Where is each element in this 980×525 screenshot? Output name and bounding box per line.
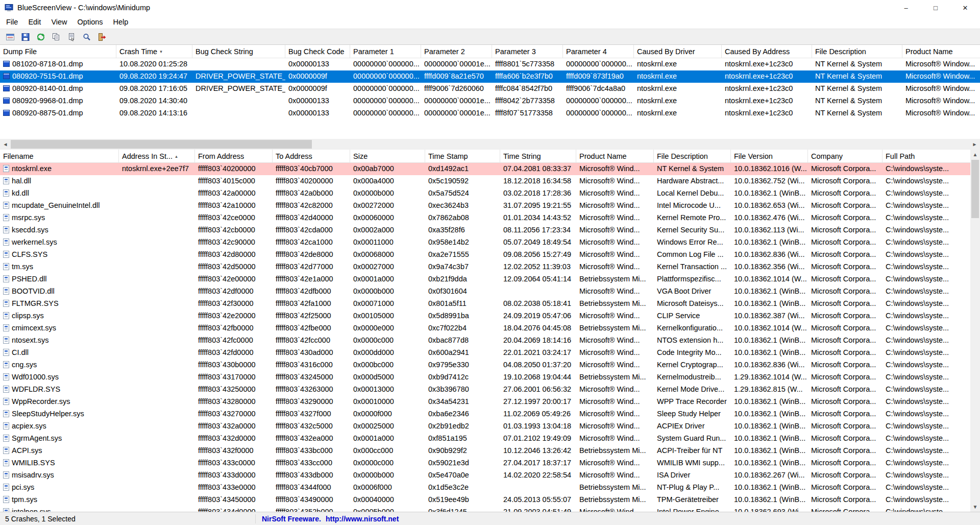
horizontal-scroll-thumb[interactable] <box>11 140 312 149</box>
module-row[interactable]: Wdf01000.sysfffff803`43170000fffff803`43… <box>0 371 980 384</box>
cell-parameter-1: 00000000`000000... <box>350 70 421 83</box>
maximize-button[interactable]: □ <box>921 0 950 15</box>
column-header-label: Time Stamp <box>428 152 468 160</box>
module-row[interactable]: pci.sysfffff803`433e0000fffff803`4344f00… <box>0 482 980 494</box>
module-row[interactable]: acpiex.sysfffff803`432a0000fffff803`432c… <box>0 420 980 433</box>
find-button[interactable] <box>79 30 94 43</box>
module-row[interactable]: ACPI.sysfffff803`432f0000fffff803`433bc0… <box>0 445 980 457</box>
column-header-file-description[interactable]: File Description <box>654 150 731 162</box>
menu-options[interactable]: Options <box>72 15 108 29</box>
window-controls: – □ ✕ <box>891 0 980 15</box>
column-header-size[interactable]: Size <box>350 150 425 162</box>
cell-time-string: 24.05.2013 05:55:07 <box>500 494 576 506</box>
cell-to-address: fffff803`43245000 <box>273 371 350 384</box>
column-header-company[interactable]: Company <box>808 150 883 162</box>
crash-row[interactable]: 080920-8140-01.dmp09.08.2020 17:16:05DRI… <box>0 83 980 95</box>
filename-label: clipsp.sys <box>12 312 44 320</box>
column-header-file-description[interactable]: File Description <box>812 45 902 58</box>
column-header-caused-by-address[interactable]: Caused By Address <box>722 45 812 58</box>
module-row[interactable]: msrpc.sysfffff803`42ce0000fffff803`42d40… <box>0 212 980 224</box>
column-header-dump-file[interactable]: Dump File <box>0 45 116 58</box>
copy-button[interactable] <box>48 30 64 43</box>
cell-address-in-st <box>119 187 195 200</box>
column-header-address-in-st[interactable]: Address In St...▴ <box>119 150 195 162</box>
filename-label: CI.dll <box>12 348 29 356</box>
close-button[interactable]: ✕ <box>950 0 980 15</box>
menu-file[interactable]: File <box>1 15 23 29</box>
module-row[interactable]: WppRecorder.sysfffff803`43280000fffff803… <box>0 396 980 408</box>
cell-product-name: Microsoft® Wind... <box>576 469 654 482</box>
save-button[interactable] <box>18 30 33 43</box>
module-row[interactable]: CI.dllfffff803`42fd0000fffff803`430ad000… <box>0 347 980 359</box>
module-row[interactable]: ntoskrnl.exentoskrnl.exe+2ee7f7fffff803`… <box>0 163 980 175</box>
module-row[interactable]: cmimcext.sysfffff803`42fb0000fffff803`42… <box>0 322 980 335</box>
cell-file-description: Microsoft Dateisys... <box>654 298 731 310</box>
menu-edit[interactable]: Edit <box>23 15 46 29</box>
column-header-bug-check-code[interactable]: Bug Check Code <box>285 45 350 58</box>
module-row[interactable]: tpm.sysfffff803`43450000fffff803`4349000… <box>0 494 980 506</box>
module-row[interactable]: BOOTVID.dllfffff803`42df0000fffff803`42d… <box>0 285 980 298</box>
module-row[interactable]: mcupdate_GenuineIntel.dllfffff803`42a100… <box>0 200 980 212</box>
menu-view[interactable]: View <box>46 15 72 29</box>
column-header-to-address[interactable]: To Address <box>273 150 350 162</box>
scroll-down-icon[interactable]: ▼ <box>970 502 980 512</box>
module-row[interactable]: msisadrv.sysfffff803`433d0000fffff803`43… <box>0 469 980 482</box>
driver-file-icon <box>3 337 9 344</box>
driver-file-icon <box>3 361 9 368</box>
module-row[interactable]: WMILIB.SYSfffff803`433c0000fffff803`433c… <box>0 457 980 469</box>
column-header-from-address[interactable]: From Address <box>195 150 273 162</box>
nirsoft-url-link[interactable]: http://www.nirsoft.net <box>326 515 399 523</box>
cell-time-string <box>500 482 576 494</box>
column-header-bug-check-string[interactable]: Bug Check String <box>192 45 285 58</box>
properties-button[interactable] <box>64 30 79 43</box>
module-row[interactable]: CLFS.SYSfffff803`42d80000fffff803`42de80… <box>0 249 980 261</box>
horizontal-scrollbar[interactable]: ◄ ► <box>0 139 980 150</box>
module-row[interactable]: clipsp.sysfffff803`42e20000fffff803`42f2… <box>0 310 980 322</box>
cell-address-in-st <box>119 236 195 249</box>
module-row[interactable]: werkernel.sysfffff803`42c90000fffff803`4… <box>0 236 980 249</box>
vertical-scroll-thumb[interactable] <box>971 160 979 218</box>
module-row[interactable]: ntosext.sysfffff803`42fc0000fffff803`42f… <box>0 335 980 347</box>
module-row[interactable]: ksecdd.sysfffff803`42cb0000fffff803`42cd… <box>0 224 980 236</box>
column-header-file-version[interactable]: File Version <box>731 150 808 162</box>
cell-full-path: C:\windows\syste... <box>883 273 980 285</box>
report-button[interactable] <box>3 30 18 43</box>
module-row[interactable]: SleepStudyHelper.sysfffff803`43270000fff… <box>0 408 980 420</box>
crash-row[interactable]: 080920-9968-01.dmp09.08.2020 14:30:400x0… <box>0 95 980 107</box>
minimize-button[interactable]: – <box>891 0 921 15</box>
module-row[interactable]: hal.dllfffff803`4015c000fffff803`4020000… <box>0 175 980 187</box>
column-header-caused-by-driver[interactable]: Caused By Driver <box>634 45 722 58</box>
module-row[interactable]: FLTMGR.SYSfffff803`42f30000fffff803`42fa… <box>0 298 980 310</box>
column-header-product-name[interactable]: Product Name <box>576 150 654 162</box>
crash-row[interactable]: 080920-7515-01.dmp09.08.2020 19:24:47DRI… <box>0 70 980 83</box>
exit-button[interactable] <box>94 30 110 43</box>
scroll-right-icon[interactable]: ► <box>969 139 980 150</box>
column-header-parameter-1[interactable]: Parameter 1 <box>350 45 421 58</box>
module-row[interactable]: kd.dllfffff803`42a00000fffff803`42a0b000… <box>0 187 980 200</box>
crash-row[interactable]: 080920-8875-01.dmp09.08.2020 14:13:160x0… <box>0 107 980 120</box>
column-header-full-path[interactable]: Full Path <box>883 150 980 162</box>
column-header-parameter-2[interactable]: Parameter 2 <box>421 45 492 58</box>
cell-full-path: C:\windows\syste... <box>883 506 980 512</box>
cell-address-in-st <box>119 322 195 335</box>
refresh-button[interactable] <box>33 30 48 43</box>
column-header-time-string[interactable]: Time String <box>500 150 576 162</box>
module-row[interactable]: WDFLDR.SYSfffff803`43250000fffff803`4326… <box>0 384 980 396</box>
module-row[interactable]: intelpep.sysfffff803`434d0000fffff803`43… <box>0 506 980 512</box>
column-header-time-stamp[interactable]: Time Stamp <box>425 150 500 162</box>
scroll-left-icon[interactable]: ◄ <box>0 139 11 150</box>
vertical-scrollbar[interactable]: ▲ ▼ <box>970 150 980 512</box>
crash-row[interactable]: 081020-8718-01.dmp10.08.2020 01:25:280x0… <box>0 58 980 70</box>
scroll-up-icon[interactable]: ▲ <box>970 150 980 159</box>
column-header-crash-time[interactable]: Crash Time▾ <box>116 45 192 58</box>
module-row[interactable]: SgrmAgent.sysfffff803`432d0000fffff803`4… <box>0 433 980 445</box>
module-row[interactable]: PSHED.dllfffff803`42e00000fffff803`42e1a… <box>0 273 980 285</box>
menu-help[interactable]: Help <box>108 15 134 29</box>
column-header-product-name[interactable]: Product Name <box>902 45 980 58</box>
column-header-parameter-4[interactable]: Parameter 4 <box>563 45 634 58</box>
column-header-filename[interactable]: Filename <box>0 150 119 162</box>
column-header-parameter-3[interactable]: Parameter 3 <box>492 45 563 58</box>
module-row[interactable]: tm.sysfffff803`42d50000fffff803`42d77000… <box>0 261 980 273</box>
cell-company: Microsoft Corpora... <box>808 335 883 347</box>
module-row[interactable]: cng.sysfffff803`430b0000fffff803`4316c00… <box>0 359 980 371</box>
